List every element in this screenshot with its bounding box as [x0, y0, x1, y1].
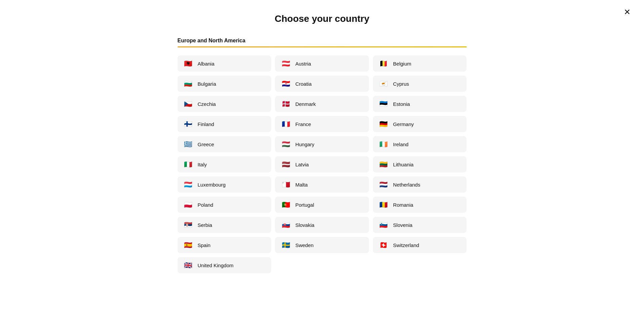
country-item[interactable]: 🇮🇹Italy: [178, 156, 271, 172]
country-item[interactable]: 🇨🇿Czechia: [178, 96, 271, 112]
close-button[interactable]: ✕: [624, 8, 631, 16]
country-flag: 🇱🇺: [184, 181, 193, 188]
country-item[interactable]: 🇩🇰Denmark: [275, 96, 369, 112]
country-flag: 🇭🇺: [281, 141, 291, 148]
country-name: Poland: [198, 202, 214, 208]
country-name: Finland: [198, 121, 214, 127]
country-item[interactable]: 🇮🇪Ireland: [373, 136, 467, 152]
country-item[interactable]: 🇲🇹Malta: [275, 176, 369, 193]
country-flag: 🇩🇰: [281, 100, 291, 107]
country-flag: 🇳🇱: [379, 181, 388, 188]
country-flag: 🇱🇻: [281, 161, 291, 168]
countries-grid: 🇦🇱Albania🇦🇹Austria🇧🇪Belgium🇧🇬Bulgaria🇭🇷C…: [178, 55, 467, 273]
country-flag: 🇩🇪: [379, 121, 388, 127]
country-flag: 🇮🇹: [184, 161, 193, 168]
country-flag: 🇫🇮: [184, 121, 193, 127]
country-item[interactable]: 🇷🇴Romania: [373, 197, 467, 213]
country-item[interactable]: 🇸🇪Sweden: [275, 237, 369, 253]
country-item[interactable]: 🇸🇰Slovakia: [275, 217, 369, 233]
country-name: Ireland: [393, 142, 409, 147]
country-item[interactable]: 🇦🇱Albania: [178, 55, 271, 72]
country-name: Czechia: [198, 101, 216, 107]
country-flag: 🇱🇹: [379, 161, 388, 168]
country-flag: 🇧🇬: [184, 80, 193, 87]
country-flag: 🇸🇰: [281, 222, 291, 228]
country-item[interactable]: 🇨🇭Switzerland: [373, 237, 467, 253]
country-flag: 🇮🇪: [379, 141, 388, 148]
country-item[interactable]: 🇫🇮Finland: [178, 116, 271, 132]
country-name: Germany: [393, 121, 414, 127]
country-flag: 🇦🇱: [184, 60, 193, 67]
country-item[interactable]: 🇸🇮Slovenia: [373, 217, 467, 233]
country-item[interactable]: 🇪🇸Spain: [178, 237, 271, 253]
country-item[interactable]: 🇪🇪Estonia: [373, 96, 467, 112]
section-underline: [178, 46, 467, 47]
country-flag: 🇨🇾: [379, 80, 388, 87]
country-item[interactable]: 🇬🇧United Kingdom: [178, 257, 271, 273]
country-name: Lithuania: [393, 162, 414, 167]
country-name: Albania: [198, 61, 215, 67]
country-item[interactable]: 🇩🇪Germany: [373, 116, 467, 132]
country-item[interactable]: 🇱🇺Luxembourg: [178, 176, 271, 193]
country-item[interactable]: 🇧🇪Belgium: [373, 55, 467, 72]
country-name: Greece: [198, 142, 214, 147]
country-flag: 🇨🇿: [184, 100, 193, 107]
country-name: Serbia: [198, 222, 212, 228]
country-name: France: [295, 121, 311, 127]
country-flag: 🇪🇸: [184, 242, 193, 248]
country-flag: 🇲🇹: [281, 181, 291, 188]
country-flag: 🇷🇴: [379, 201, 388, 208]
country-item[interactable]: 🇫🇷France: [275, 116, 369, 132]
country-item[interactable]: 🇧🇬Bulgaria: [178, 76, 271, 92]
country-item[interactable]: 🇭🇷Croatia: [275, 76, 369, 92]
country-name: Portugal: [295, 202, 314, 208]
country-flag: 🇵🇱: [184, 201, 193, 208]
country-item[interactable]: 🇵🇱Poland: [178, 197, 271, 213]
country-flag: 🇨🇭: [379, 242, 388, 248]
country-name: Sweden: [295, 242, 313, 248]
country-item[interactable]: 🇨🇾Cyprus: [373, 76, 467, 92]
country-name: Malta: [295, 182, 308, 188]
country-name: Luxembourg: [198, 182, 226, 188]
country-name: Austria: [295, 61, 311, 67]
country-name: Spain: [198, 242, 211, 248]
country-name: Denmark: [295, 101, 316, 107]
country-flag: 🇧🇪: [379, 60, 388, 67]
section-header: Europe and North America: [178, 38, 467, 47]
country-flag: 🇦🇹: [281, 60, 291, 67]
country-name: Romania: [393, 202, 413, 208]
country-flag: 🇫🇷: [281, 121, 291, 127]
country-flag: 🇷🇸: [184, 222, 193, 228]
country-flag: 🇪🇪: [379, 100, 388, 107]
country-name: Latvia: [295, 162, 309, 167]
country-name: Italy: [198, 162, 207, 167]
country-flag: 🇸🇮: [379, 222, 388, 228]
country-flag: 🇬🇧: [184, 262, 193, 269]
country-flag: 🇬🇷: [184, 141, 193, 148]
section-title: Europe and North America: [178, 38, 245, 44]
country-flag: 🇵🇹: [281, 201, 291, 208]
country-item[interactable]: 🇦🇹Austria: [275, 55, 369, 72]
page-title: Choose your country: [178, 13, 467, 24]
country-item[interactable]: 🇬🇷Greece: [178, 136, 271, 152]
country-item[interactable]: 🇵🇹Portugal: [275, 197, 369, 213]
country-name: Bulgaria: [198, 81, 216, 87]
country-item[interactable]: 🇱🇻Latvia: [275, 156, 369, 172]
country-item[interactable]: 🇷🇸Serbia: [178, 217, 271, 233]
country-name: Hungary: [295, 142, 314, 147]
country-name: Slovakia: [295, 222, 314, 228]
page-container: Choose your country Europe and North Ame…: [171, 0, 473, 293]
country-flag: 🇭🇷: [281, 80, 291, 87]
country-item[interactable]: 🇱🇹Lithuania: [373, 156, 467, 172]
country-name: Cyprus: [393, 81, 409, 87]
country-name: Belgium: [393, 61, 411, 67]
country-flag: 🇸🇪: [281, 242, 291, 248]
country-name: United Kingdom: [198, 263, 234, 268]
country-name: Estonia: [393, 101, 410, 107]
country-name: Switzerland: [393, 242, 419, 248]
country-name: Slovenia: [393, 222, 413, 228]
country-name: Netherlands: [393, 182, 420, 188]
country-item[interactable]: 🇭🇺Hungary: [275, 136, 369, 152]
country-name: Croatia: [295, 81, 311, 87]
country-item[interactable]: 🇳🇱Netherlands: [373, 176, 467, 193]
